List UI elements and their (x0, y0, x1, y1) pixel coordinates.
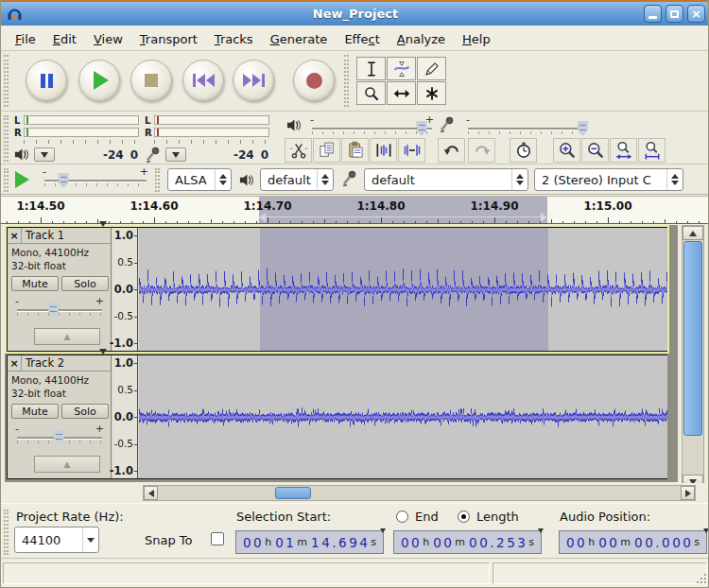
zoom-tool-button[interactable] (356, 81, 386, 105)
record-button[interactable] (293, 60, 335, 101)
track-collapse-button[interactable]: ▲ (34, 328, 100, 345)
selection-start-field[interactable]: 00h 01m 14.694s (235, 530, 384, 554)
toolbar-grip[interactable] (4, 168, 9, 192)
recording-meter[interactable]: L R -240 (145, 114, 271, 164)
track-collapse-button[interactable]: ▲ (34, 456, 100, 473)
minutes-value[interactable]: 01 (275, 535, 296, 550)
multi-tool-button[interactable] (417, 81, 446, 105)
track-2[interactable]: × Track 2 Mono, 44100Hz 32-bit float Mut… (7, 355, 667, 479)
menu-generate[interactable]: Generate (262, 30, 337, 48)
draw-tool-button[interactable] (417, 57, 446, 80)
scroll-left-button[interactable] (144, 486, 158, 500)
mute-button[interactable]: Mute (11, 404, 59, 419)
trim-audio-button[interactable] (370, 138, 397, 163)
toolbar-grip[interactable] (4, 115, 9, 162)
time-shift-tool-button[interactable] (387, 81, 416, 105)
redo-button[interactable] (468, 138, 495, 163)
toolbar-grip[interactable] (4, 510, 9, 555)
track-name[interactable]: Track 1 (22, 229, 99, 242)
playback-meter-menu-button[interactable] (34, 147, 55, 162)
track-2-waveform-area[interactable] (139, 355, 667, 478)
recording-meter-menu-button[interactable] (165, 147, 186, 162)
menu-view[interactable]: View (85, 30, 131, 48)
skip-to-end-button[interactable] (233, 60, 274, 101)
hours-value[interactable]: 00 (566, 535, 587, 550)
paste-button[interactable] (341, 138, 369, 163)
recording-channels-select[interactable]: 2 (Stereo) Input C (534, 168, 683, 191)
play-at-speed-button[interactable] (15, 171, 29, 188)
field-menu-arrow-icon[interactable] (538, 533, 544, 551)
menu-file[interactable]: File (7, 30, 44, 48)
recording-device-select[interactable]: default (364, 168, 528, 191)
audio-host-select[interactable]: ALSA (167, 168, 232, 191)
menu-help[interactable]: Help (454, 30, 499, 48)
fit-project-button[interactable] (638, 138, 666, 163)
silence-audio-button[interactable] (398, 138, 425, 163)
copy-button[interactable] (313, 138, 340, 163)
snap-to-checkbox[interactable] (211, 532, 224, 545)
maximize-button[interactable] (666, 5, 683, 23)
track-name[interactable]: Track 2 (22, 356, 99, 370)
window-resize-grip[interactable] (696, 573, 707, 584)
scroll-right-button[interactable] (681, 486, 695, 500)
mute-button[interactable]: Mute (11, 276, 59, 291)
titlebar[interactable]: New_Project × (1, 0, 709, 26)
vertical-scrollbar[interactable] (682, 225, 704, 490)
sync-lock-button[interactable] (510, 138, 537, 163)
field-menu-arrow-icon[interactable] (380, 533, 386, 551)
playback-meter[interactable]: L R -240 (14, 114, 141, 164)
track-vertical-ruler[interactable]: 1.00.50.0-0.5-1.0 (112, 228, 138, 351)
toolbar-grip[interactable] (4, 55, 9, 107)
menu-analyze[interactable]: Analyze (389, 30, 454, 48)
vertical-scroll-thumb[interactable] (683, 241, 702, 436)
minimize-button[interactable] (644, 5, 662, 23)
project-rate-select[interactable]: 44100 (14, 527, 99, 553)
input-volume-slider[interactable]: - (466, 116, 585, 139)
scroll-up-button[interactable] (683, 226, 703, 240)
track-1[interactable]: × Track 1 Mono, 44100Hz 32-bit float Mut… (7, 227, 667, 352)
zoom-in-button[interactable] (553, 138, 580, 163)
minutes-value[interactable]: 00 (433, 535, 454, 550)
playback-device-select[interactable]: default (260, 168, 334, 191)
pause-button[interactable] (26, 60, 67, 101)
menu-edit[interactable]: Edit (44, 30, 85, 48)
track-menu-button[interactable] (99, 355, 111, 372)
horizontal-scrollbar[interactable] (143, 485, 696, 501)
timeline-ruler[interactable]: 1:14.501:14.601:14.701:14.801:14.901:15.… (1, 196, 709, 224)
stop-button[interactable] (130, 60, 172, 101)
menu-tracks[interactable]: Tracks (206, 30, 262, 48)
solo-button[interactable]: Solo (61, 404, 109, 419)
radio-length[interactable] (458, 510, 470, 523)
playback-speed-slider[interactable]: - + (43, 168, 148, 191)
track-menu-button[interactable] (99, 227, 111, 245)
track-vertical-ruler[interactable]: 1.00.50.0-0.5-1.0 (112, 355, 138, 478)
track-1-waveform-area[interactable] (139, 228, 667, 351)
track-gain-slider[interactable]: - + (15, 298, 104, 322)
solo-button[interactable]: Solo (61, 276, 109, 291)
minutes-value[interactable]: 00 (598, 535, 619, 550)
seconds-value[interactable]: 14.694 (311, 535, 370, 550)
horizontal-scroll-thumb[interactable] (275, 487, 311, 499)
menu-effect[interactable]: Effect (336, 30, 388, 48)
toolbar-grip[interactable] (344, 55, 349, 107)
field-menu-arrow-icon[interactable] (703, 533, 709, 551)
envelope-tool-button[interactable] (387, 57, 416, 80)
output-volume-slider[interactable]: - + (310, 116, 434, 139)
hours-value[interactable]: 00 (401, 535, 422, 550)
seconds-value[interactable]: 00.253 (469, 535, 527, 550)
zoom-out-button[interactable] (581, 138, 609, 163)
skip-to-start-button[interactable] (182, 60, 224, 101)
track-close-button[interactable]: × (8, 355, 22, 371)
fit-selection-button[interactable] (610, 138, 637, 163)
play-button[interactable] (78, 60, 120, 101)
selection-tool-button[interactable] (356, 57, 386, 80)
menu-transport[interactable]: Transport (131, 30, 206, 48)
cut-button[interactable] (285, 138, 312, 163)
hours-value[interactable]: 00 (243, 535, 264, 550)
seconds-value[interactable]: 00.000 (634, 535, 693, 550)
close-button[interactable]: × (687, 5, 705, 23)
toolbar-grip[interactable] (155, 168, 160, 192)
radio-end[interactable] (396, 510, 408, 523)
track-close-button[interactable]: × (8, 228, 22, 243)
selection-length-field[interactable]: 00h 00m 00.253s (393, 530, 542, 554)
